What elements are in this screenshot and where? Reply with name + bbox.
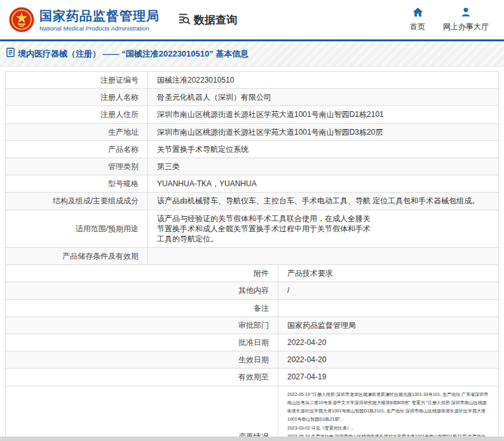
agency-name-en: National Medical Products Administration — [39, 25, 160, 32]
row-value: 2022-04-20 — [278, 351, 499, 369]
row-label: 审批部门 — [6, 316, 278, 334]
row-label: 其他内容 — [6, 282, 278, 299]
row-value: 2022-05-19 “注册人住所:深圳市龙华区观澜街道新澜社区观光路1301-… — [278, 386, 499, 441]
row-label: 产品名称 — [6, 140, 148, 158]
row-label: 适用范围/预期用途 — [6, 210, 148, 248]
breadcrumb-text: 境内医疗器械（注册） —— “国械注准20223010510” 基本信息 — [18, 48, 249, 60]
table-row: 型号规格 YUANHUA-TKA，YUANHUA — [6, 175, 499, 193]
table-row: 适用范围/预期用途 该产品与经验证的关节假体和手术工具联合使用，在成人全膝关 节… — [6, 210, 499, 248]
data-query-title-block: 数据查询 — [177, 12, 237, 28]
row-value: 产品技术要求 — [278, 265, 499, 282]
row-value: 关节置换手术导航定位系统 — [148, 140, 499, 158]
row-value: 深圳市南山区桃源街道长源社区学苑大道1001号南山智园D3栋20层 — [148, 123, 499, 140]
row-label: 注册证编号 — [6, 72, 148, 89]
row-label: 附件 — [6, 265, 278, 282]
page-header: 国家药品监督管理局 National Medical Products Admi… — [0, 0, 504, 39]
table-row: 结构及组成/主要组成成分 该产品由机械臂车、导航仪车、主控台车、手术电动工具、导… — [6, 193, 499, 210]
table-row: 管理类别 第三类 — [6, 158, 499, 175]
table-row: 审批部门 国家药品监督管理局 — [6, 316, 499, 334]
home-icon — [412, 7, 423, 20]
row-label: 管理类别 — [6, 158, 148, 175]
table-row: 生效日期 2022-04-20 — [6, 351, 499, 369]
table-row: 备注 — [6, 299, 499, 316]
nav-service-hall-label: 网上办事大厅 — [443, 22, 489, 32]
breadcrumb: 境内医疗器械（注册） —— “国械注准20223010510” 基本信息 — [0, 41, 504, 67]
bottom-strip — [0, 437, 504, 441]
document-icon — [6, 48, 15, 60]
row-label: 生产地址 — [6, 123, 148, 140]
registration-info-table: 注册证编号 国械注准20223010510 注册人名称 骨圣元化机器人（深圳）有… — [5, 71, 499, 265]
agency-title-block: 国家药品监督管理局 National Medical Products Admi… — [39, 8, 160, 32]
user-icon — [461, 7, 471, 20]
row-value: 第三类 — [148, 158, 499, 175]
row-value — [278, 299, 499, 316]
header-nav: 首页 网上办事大厅 — [410, 7, 495, 32]
row-label: 注册人住所 — [6, 106, 148, 123]
row-value: YUANHUA-TKA，YUANHUA — [148, 175, 499, 193]
row-label: 产品储存条件及有效期 — [6, 248, 148, 265]
row-label: 型号规格 — [6, 175, 148, 193]
row-value: 深圳市南山区桃源街道长源社区学苑大道1001号南山智园D1栋2101 — [148, 106, 499, 123]
data-query-icon — [177, 12, 191, 28]
table-row: 产品名称 关节置换手术导航定位系统 — [6, 140, 499, 158]
table-row: 注册证编号 国械注准20223010510 — [6, 72, 499, 89]
row-label: 批准日期 — [6, 334, 278, 351]
row-label: 结构及组成/主要组成成分 — [6, 193, 148, 210]
row-label: 变更情况 — [6, 386, 278, 441]
table-row: 注册人名称 骨圣元化机器人（深圳）有限公司 — [6, 89, 499, 106]
nav-home-label: 首页 — [410, 22, 425, 32]
approval-info-table: 附件 产品技术要求 其他内容 / 备注 审批部门 国家药品监督管理局 — [5, 264, 499, 441]
data-query-label: 数据查询 — [194, 13, 237, 27]
nav-item-service-hall[interactable]: 网上办事大厅 — [443, 7, 489, 32]
row-value: 该产品由机械臂车、导航仪车、主控台车、手术电动工具、导航 定位工具包和手术器械包… — [148, 193, 499, 210]
detail-content: 注册证编号 国械注准20223010510 注册人名称 骨圣元化机器人（深圳）有… — [0, 67, 504, 441]
table-row: 附件 产品技术要求 — [6, 265, 499, 282]
row-value: 骨圣元化机器人（深圳）有限公司 — [148, 89, 499, 106]
row-value: 国械注准20223010510 — [148, 72, 499, 89]
row-value — [148, 248, 499, 265]
table-row: 生产地址 深圳市南山区桃源街道长源社区学苑大道1001号南山智园D3栋20层 — [6, 123, 499, 140]
row-value: 2022-04-20 — [278, 334, 499, 351]
table-row: 注册人住所 深圳市南山区桃源街道长源社区学苑大道1001号南山智园D1栋2101 — [6, 106, 499, 123]
agency-name-cn: 国家药品监督管理局 — [39, 8, 160, 24]
nmpa-emblem-icon — [9, 7, 34, 32]
row-label: 注册人名称 — [6, 89, 148, 106]
row-value: / — [278, 282, 499, 299]
row-value: 国家药品监督管理局 — [278, 316, 499, 334]
row-label: 备注 — [6, 299, 278, 316]
row-value: 该产品与经验证的关节假体和手术工具联合使用，在成人全膝关 节置换手术和成人全髋关… — [148, 210, 499, 248]
row-label: 有效期至 — [6, 369, 278, 386]
row-label: 生效日期 — [6, 351, 278, 369]
table-row: 其他内容 / — [6, 282, 499, 299]
table-row: 有效期至 2027-04-19 — [6, 369, 499, 386]
nav-item-home[interactable]: 首页 — [410, 7, 425, 32]
row-value: 2027-04-19 — [278, 369, 499, 386]
table-row: 变更情况 2022-05-19 “注册人住所:深圳市龙华区观澜街道新澜社区观光路… — [6, 386, 499, 441]
table-row: 批准日期 2022-04-20 — [6, 334, 499, 351]
table-row: 产品储存条件及有效期 — [6, 248, 499, 265]
